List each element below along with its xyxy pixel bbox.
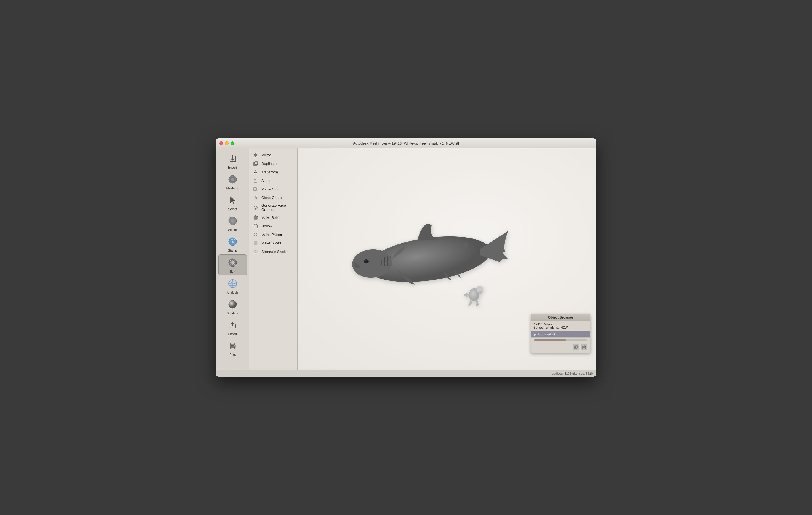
svg-rect-53 [254,242,257,242]
align-icon [253,178,258,183]
shaders-icon [226,298,239,310]
svg-rect-36 [254,188,255,189]
svg-point-44 [255,208,256,209]
svg-marker-48 [254,224,258,225]
object-browser: Object Browser 19413_White-tip_reef_shar… [531,314,590,353]
select-icon [226,194,239,207]
import-label: Import [228,166,237,169]
svg-rect-51 [254,235,255,236]
menu-item-separate-shells[interactable]: Separate Shells [250,247,297,256]
menu-item-close-cracks[interactable]: Close Cracks [250,193,297,202]
ob-delete-button[interactable] [581,344,587,350]
stamp-label: Stamp [228,249,237,252]
sidebar-item-sculpt[interactable]: Sculpt [219,213,247,233]
sidebar-item-export[interactable]: Export [219,317,247,337]
traffic-lights [219,141,234,145]
meshmix-label: Meshmix [226,187,239,190]
analysis-label: Analysis [227,291,238,294]
svg-point-58 [364,260,369,264]
menu-item-generate-face-groups[interactable]: Generate Face Groups [250,202,297,213]
svg-rect-66 [584,346,585,346]
ob-slider[interactable] [534,339,587,341]
menu-item-transform[interactable]: Transform [250,168,297,176]
sidebar-item-select[interactable]: Select [219,192,247,212]
svg-point-42 [254,206,255,207]
svg-marker-46 [254,215,258,217]
viewport[interactable]: Object Browser 19413_White-tip_reef_shar… [298,148,596,370]
transform-icon [253,169,258,175]
minimize-button[interactable] [225,141,229,145]
sculpt-icon [226,215,239,227]
sidebar-item-analysis[interactable]: Analysis [219,276,247,296]
menu-item-align[interactable]: Align [250,176,297,185]
mirror-icon [253,152,258,158]
close-cracks-label: Close Cracks [261,196,283,200]
stamp-icon [226,235,239,248]
svg-point-21 [229,300,237,308]
sidebar-item-stamp[interactable]: Stamp [219,234,247,254]
svg-point-6 [231,178,234,181]
svg-rect-47 [254,225,257,228]
ob-duplicate-button[interactable] [573,344,579,350]
svg-rect-39 [255,189,257,190]
ob-item-shark[interactable]: 19413_White-tip_reef_shark_v1_NEW. [531,321,590,331]
maximize-button[interactable] [231,141,234,145]
menu-item-mirror[interactable]: Mirror [250,151,297,159]
window-title: Autodesk Meshmixer – 19413_White-tip_ree… [353,141,459,145]
generate-face-groups-icon [253,205,258,210]
main-window: Autodesk Meshmixer – 19413_White-tip_ree… [216,138,596,377]
shark-svg [341,202,534,316]
duplicate-label: Duplicate [261,162,277,166]
hollow-icon [253,223,258,229]
plane-cut-icon [253,186,258,192]
svg-marker-7 [230,197,235,204]
svg-rect-37 [255,188,257,189]
generate-face-groups-label: Generate Face Groups [261,203,294,212]
shaders-label: Shaders [227,311,238,315]
print-label: Print [229,353,236,356]
menu-item-make-slices[interactable]: Make Slices [250,239,297,247]
export-icon [226,319,239,331]
svg-rect-34 [254,180,256,181]
make-slices-label: Make Slices [261,241,281,245]
svg-rect-55 [254,244,257,244]
make-pattern-icon [253,232,258,237]
close-button[interactable] [219,141,223,145]
svg-rect-52 [256,235,257,236]
sidebar-item-shaders[interactable]: Shaders [219,296,247,317]
plane-cut-label: Plane Cut [261,187,278,191]
menu-item-plane-cut[interactable]: Plane Cut [250,185,297,193]
ob-item-pinleg[interactable]: pinleg_short.stl [531,331,590,337]
svg-point-10 [232,241,234,243]
left-toolbar: Import Meshmix [216,148,250,370]
svg-rect-38 [254,189,255,190]
ob-actions [531,343,590,353]
svg-rect-64 [583,346,586,349]
svg-rect-54 [254,243,257,243]
make-solid-icon [253,215,258,220]
sidebar-item-import[interactable]: Import [219,151,247,171]
shark-model [341,202,534,316]
menu-item-make-solid[interactable]: Make Solid [250,213,297,222]
align-label: Align [261,179,269,183]
close-cracks-icon [253,195,258,200]
svg-rect-50 [256,233,257,234]
menu-item-make-pattern[interactable]: Make Pattern [250,230,297,239]
sidebar-item-print[interactable]: Print [219,338,247,358]
make-pattern-label: Make Pattern [261,233,283,237]
separate-shells-label: Separate Shells [261,249,287,254]
sculpt-label: Sculpt [228,228,237,232]
edit-icon [226,256,239,269]
svg-rect-63 [575,346,578,348]
menu-item-duplicate[interactable]: Duplicate [250,159,297,168]
sidebar-item-meshmix[interactable]: Meshmix [219,171,247,192]
status-text: vertices: 4106 triangles: 8220 [552,372,593,375]
svg-rect-49 [254,233,255,234]
svg-point-43 [256,206,257,207]
svg-point-59 [365,260,367,262]
sidebar-item-edit[interactable]: Edit [219,254,247,275]
status-bar: vertices: 4106 triangles: 8220 [216,370,596,377]
select-label: Select [228,207,237,211]
menu-item-hollow[interactable]: Hollow [250,222,297,230]
make-solid-label: Make Solid [261,215,280,220]
